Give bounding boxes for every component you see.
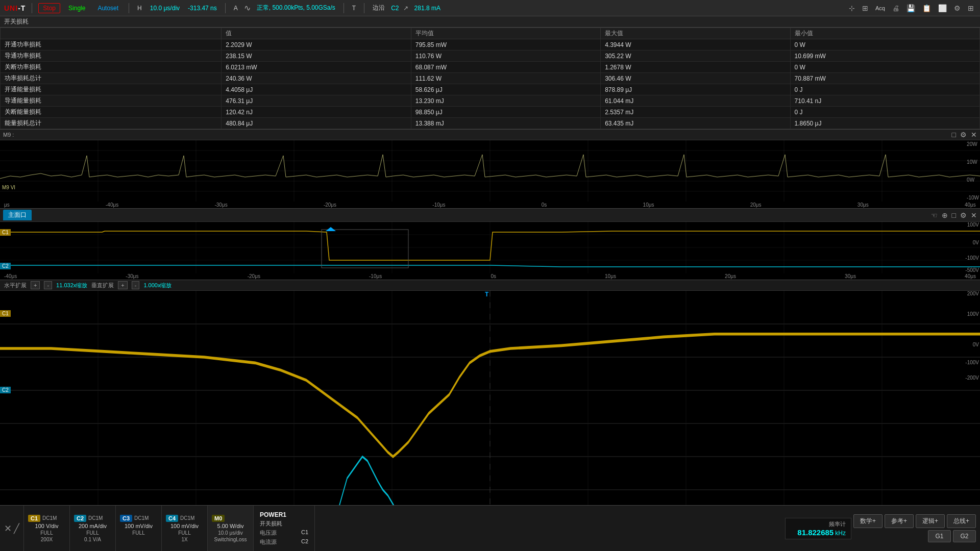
- main-hand-icon[interactable]: ☜: [931, 211, 938, 219]
- overview-settings-icon[interactable]: ⚙: [960, 131, 967, 139]
- main-settings-icon[interactable]: ⚙: [960, 211, 967, 219]
- screenshot-icon[interactable]: 📋: [920, 4, 933, 12]
- power-card[interactable]: POWER1 开关损耗 电压源 C1 电流源 C2: [254, 506, 315, 551]
- ov-x3: -30μs: [214, 202, 227, 208]
- c4-probe: 1X: [181, 537, 187, 542]
- ref-plus-btn[interactable]: 参考+: [885, 514, 914, 528]
- math-plus-btn[interactable]: 数学+: [853, 514, 883, 528]
- table-cell-value: 58.626 μJ: [411, 84, 600, 95]
- acq-label[interactable]: Acq: [873, 5, 887, 11]
- ov-x7: 10μs: [643, 202, 654, 208]
- overview-x-labels: μs -40μs -30μs -20μs -10μs 0s 10μs 20μs …: [0, 202, 980, 208]
- c2-coupling: DC1M: [88, 515, 103, 521]
- c1-badge: C1: [28, 515, 40, 522]
- grid-icon[interactable]: ⊞: [966, 4, 976, 12]
- table-cell-value: 710.41 nJ: [790, 95, 979, 107]
- action-buttons-group: 数学+ 参考+ 逻辑+ 总线+ G1 G2: [853, 514, 976, 542]
- trigger-slope-icon: ↗: [403, 5, 408, 12]
- channel-card-c4[interactable]: C4 DC1M 100 mV/div FULL 1X: [162, 506, 208, 551]
- main-tab[interactable]: 主面口: [3, 210, 32, 220]
- bottom-cross-icon[interactable]: ✕ ╱: [0, 506, 24, 551]
- detail-y5: -200V: [965, 375, 979, 381]
- m0-badge: M0: [212, 515, 225, 522]
- ov-x5: -10μs: [432, 202, 445, 208]
- stop-button[interactable]: Stop: [38, 3, 60, 13]
- table-cell-value: 68.087 mW: [411, 62, 600, 73]
- overview-label: M9 :: [3, 132, 14, 138]
- freq-unit: kHz: [835, 530, 846, 537]
- c1-vdiv: 100 V/div: [35, 523, 59, 529]
- channel-card-c2[interactable]: C2 DC1M 200 mA/div FULL 0.1 V/A: [70, 506, 116, 551]
- channel-card-m0[interactable]: M0 5.00 W/div 10.0 μs/div SwitchingLoss: [208, 506, 254, 551]
- table-row: 关断能量损耗120.42 nJ98.850 μJ2.5357 mJ0 J: [1, 107, 980, 118]
- main-y3: -100V: [965, 255, 979, 261]
- overview-maximize-icon[interactable]: □: [952, 131, 956, 139]
- freq-value: 81.822685: [797, 528, 834, 537]
- autoset-button[interactable]: Autoset: [93, 4, 122, 13]
- overview-section: M9 : □ ⚙ ✕: [0, 130, 980, 209]
- mx3: -20μs: [248, 273, 260, 279]
- col-header-value: 值: [222, 28, 411, 39]
- channel-a-label: A: [232, 5, 240, 12]
- main-zoomin-icon[interactable]: ⊕: [942, 211, 948, 219]
- export-icon[interactable]: ⬜: [936, 4, 949, 12]
- m0-vdiv: 5.00 W/div: [217, 523, 244, 529]
- table-cell-value: 2.2029 W: [222, 39, 411, 51]
- table-cell-value: 13.388 mJ: [411, 118, 600, 129]
- settings-icon[interactable]: ⚙: [952, 4, 963, 12]
- table-row: 导通能量损耗476.31 μJ13.230 mJ61.044 mJ710.41 …: [1, 95, 980, 107]
- table-cell-name: 导通能量损耗: [1, 95, 222, 107]
- table-cell-value: 10.699 mW: [790, 51, 979, 62]
- vzoom-plus-btn[interactable]: +: [118, 281, 127, 289]
- voltage-ch: C1: [301, 529, 308, 537]
- bus-plus-btn[interactable]: 总线+: [947, 514, 976, 528]
- save-icon[interactable]: 💾: [904, 4, 917, 12]
- ov-y3: 0W: [967, 177, 979, 183]
- g1-btn[interactable]: G1: [928, 530, 951, 542]
- c2-probe: 0.1 V/A: [84, 537, 101, 542]
- detail-y4: -100V: [965, 360, 979, 365]
- table-cell-name: 关断功率损耗: [1, 62, 222, 73]
- zoom-plus-btn[interactable]: +: [31, 281, 40, 289]
- channel-card-c1[interactable]: C1 DC1M 100 V/div FULL 200X: [24, 506, 70, 551]
- ov-x8: 20μs: [750, 202, 762, 208]
- main-y1: 100V: [967, 222, 979, 228]
- vzoom-minus-btn[interactable]: -: [132, 281, 140, 289]
- table-cell-value: 795.85 mW: [411, 39, 600, 51]
- channel-card-c3[interactable]: C3 DC1M 100 mV/div FULL: [116, 506, 162, 551]
- mx9: 40μs: [965, 273, 976, 279]
- measure-icon[interactable]: ⊞: [860, 4, 870, 12]
- table-cell-value: 0 W: [790, 39, 979, 51]
- table-row: 能量损耗总计480.84 μJ13.388 mJ63.435 mJ1.8650 …: [1, 118, 980, 129]
- overview-close-icon[interactable]: ✕: [971, 131, 977, 139]
- g2-btn[interactable]: G2: [953, 530, 976, 542]
- main-c1-label: C1: [0, 229, 11, 236]
- table-cell-name: 开通能量损耗: [1, 84, 222, 95]
- zoom-minus-btn[interactable]: -: [44, 281, 52, 289]
- mx5: 0s: [491, 273, 496, 279]
- main-close-icon[interactable]: ✕: [971, 211, 977, 219]
- vertical-expand-label: 垂直扩展: [91, 282, 114, 289]
- c2-full: FULL: [86, 530, 99, 536]
- table-cell-value: 70.887 mW: [790, 73, 979, 84]
- table-cell-value: 0 W: [790, 62, 979, 73]
- trigger-channel[interactable]: C2: [391, 5, 399, 12]
- cursor-icon[interactable]: ⊹: [847, 4, 857, 12]
- trigger-t-marker: T: [485, 291, 488, 298]
- ov-x6: 0s: [542, 202, 547, 208]
- time-offset[interactable]: -313.47 ns: [186, 5, 219, 12]
- time-div[interactable]: 10.0 μs/div: [148, 5, 182, 12]
- single-button[interactable]: Single: [64, 4, 89, 13]
- table-cell-value: 240.36 W: [222, 73, 411, 84]
- table-cell-name: 开通功率损耗: [1, 39, 222, 51]
- table-cell-value: 4.3944 W: [601, 39, 790, 51]
- ov-y4: -10W: [967, 195, 979, 201]
- print-icon[interactable]: 🖨: [890, 4, 901, 12]
- c1-probe: 200X: [41, 537, 53, 542]
- main-grid-svg: [0, 222, 980, 273]
- logic-plus-btn[interactable]: 逻辑+: [916, 514, 945, 528]
- table-cell-value: 63.435 mJ: [601, 118, 790, 129]
- voltage-label: 电压源: [260, 529, 277, 537]
- main-rect-icon[interactable]: □: [952, 211, 956, 219]
- trigger-level[interactable]: 281.8 mA: [412, 5, 443, 12]
